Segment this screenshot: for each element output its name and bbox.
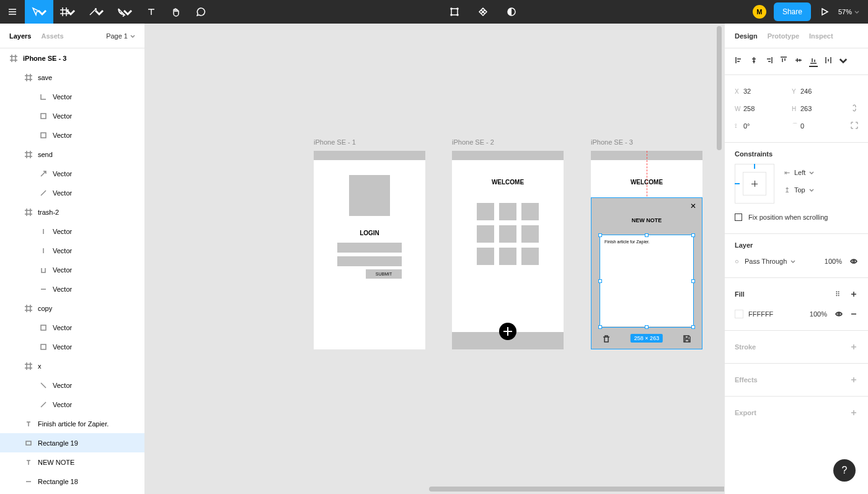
fill-opacity-input[interactable]: 100% bbox=[810, 310, 827, 318]
align-top-icon[interactable] bbox=[779, 56, 788, 67]
layer-item[interactable]: send bbox=[0, 145, 144, 164]
constraint-v-select[interactable]: ↥Top bbox=[784, 181, 858, 199]
blend-mode-select[interactable]: Pass Through bbox=[745, 258, 787, 265]
tab-design[interactable]: Design bbox=[735, 32, 758, 40]
tab-assets[interactable]: Assets bbox=[41, 32, 63, 40]
layer-item[interactable]: Vector bbox=[0, 260, 144, 279]
tab-inspect[interactable]: Inspect bbox=[809, 32, 833, 40]
layer-item[interactable]: Vector bbox=[0, 241, 144, 260]
frame-iphone-se-2[interactable]: iPhone SE - 2 WELCOME bbox=[452, 151, 564, 349]
layer-item[interactable]: Vector bbox=[0, 106, 144, 125]
layer-item[interactable]: Vector bbox=[0, 125, 144, 145]
constraint-h-select[interactable]: ⇤Left bbox=[784, 164, 858, 181]
frame-iphone-se-1[interactable]: iPhone SE - 1 LOGIN SUBMIT bbox=[314, 151, 425, 349]
layer-root-frame[interactable]: iPhone SE - 3 bbox=[0, 48, 144, 68]
effects-add-icon[interactable] bbox=[849, 375, 858, 384]
layer-item[interactable]: Vector bbox=[0, 222, 144, 241]
align-hcenter-icon[interactable] bbox=[750, 56, 758, 67]
layer-item[interactable]: NEW NOTE bbox=[0, 452, 144, 472]
y-input[interactable]: 246 bbox=[800, 88, 849, 95]
fill-swatch[interactable] bbox=[735, 310, 743, 318]
svg-point-1 bbox=[451, 8, 452, 9]
layer-item[interactable]: copy bbox=[0, 299, 144, 318]
layer-opacity-input[interactable]: 100% bbox=[825, 258, 842, 265]
layer-item[interactable]: Finish article for Zapier. bbox=[0, 414, 144, 433]
align-right-icon[interactable] bbox=[764, 56, 773, 67]
export-add-icon[interactable] bbox=[849, 408, 858, 417]
right-panel: Design Prototype Inspect X32Y246 W258H26… bbox=[724, 24, 868, 494]
layer-item[interactable]: Vector bbox=[0, 395, 144, 414]
layer-icon bbox=[39, 189, 48, 197]
rotation-input[interactable]: 0° bbox=[743, 122, 792, 130]
layer-item[interactable]: Vector bbox=[0, 164, 144, 183]
distribute-icon[interactable] bbox=[824, 56, 833, 67]
svg-point-4 bbox=[457, 14, 458, 16]
menu-button[interactable] bbox=[0, 0, 25, 24]
fill-hex-input[interactable]: FFFFFF bbox=[748, 310, 773, 318]
layer-item[interactable]: x bbox=[0, 356, 144, 375]
layer-item[interactable]: Vector bbox=[0, 279, 144, 299]
align-vcenter-icon[interactable] bbox=[794, 56, 803, 67]
layer-icon bbox=[39, 400, 48, 409]
vector-tool[interactable] bbox=[110, 0, 139, 24]
user-avatar[interactable]: M bbox=[753, 5, 766, 19]
add-note-fab bbox=[499, 323, 516, 340]
horizontal-scrollbar[interactable] bbox=[429, 487, 724, 492]
frame-iphone-se-3[interactable]: iPhone SE - 3 WELCOME ✕ NEW NOTE Finish … bbox=[591, 151, 702, 349]
component-outline-icon[interactable] bbox=[442, 0, 467, 24]
stroke-add-icon[interactable] bbox=[849, 343, 858, 351]
layer-item[interactable]: Vector bbox=[0, 337, 144, 356]
layer-item[interactable]: Rectangle 19 bbox=[0, 433, 144, 452]
fill-remove-icon[interactable] bbox=[849, 310, 858, 318]
page-select[interactable]: Page 1 bbox=[106, 32, 135, 40]
link-wh-icon[interactable] bbox=[851, 104, 858, 113]
layer-item[interactable]: trash-2 bbox=[0, 202, 144, 222]
h-input[interactable]: 263 bbox=[800, 105, 849, 112]
tab-layers[interactable]: Layers bbox=[9, 32, 31, 40]
zoom-select[interactable]: 57% bbox=[838, 8, 859, 16]
layer-icon bbox=[39, 169, 48, 178]
fill-visibility-icon[interactable] bbox=[835, 310, 843, 318]
close-icon: ✕ bbox=[690, 202, 696, 210]
layer-item[interactable]: Vector bbox=[0, 375, 144, 395]
radius-input[interactable]: 0 bbox=[800, 122, 849, 130]
layer-icon bbox=[24, 420, 33, 428]
layer-icon bbox=[24, 208, 33, 217]
present-button[interactable] bbox=[818, 0, 831, 24]
layer-item[interactable]: Vector bbox=[0, 318, 144, 337]
fill-styles-icon[interactable]: ⠿ bbox=[833, 290, 842, 299]
x-input[interactable]: 32 bbox=[743, 88, 792, 95]
layer-item[interactable]: Vector bbox=[0, 87, 144, 106]
share-button[interactable]: Share bbox=[774, 2, 811, 21]
mask-icon[interactable] bbox=[499, 0, 524, 24]
fill-add-icon[interactable] bbox=[849, 290, 858, 299]
constraints-title: Constraints bbox=[735, 150, 858, 158]
comment-tool[interactable] bbox=[188, 0, 213, 24]
frame-label: iPhone SE - 3 bbox=[591, 138, 633, 146]
w-input[interactable]: 258 bbox=[743, 105, 792, 112]
status-bar bbox=[314, 151, 425, 160]
svg-rect-0 bbox=[451, 9, 458, 15]
pen-tool[interactable] bbox=[82, 0, 110, 24]
layer-icon bbox=[39, 246, 48, 255]
layer-item[interactable]: Vector bbox=[0, 183, 144, 202]
component-icon[interactable] bbox=[471, 0, 495, 24]
login-title: LOGIN bbox=[314, 230, 425, 236]
fix-scroll-checkbox[interactable] bbox=[735, 213, 742, 221]
independent-corners-icon[interactable] bbox=[851, 122, 858, 130]
layer-item[interactable]: save bbox=[0, 68, 144, 87]
canvas[interactable]: iPhone SE - 1 LOGIN SUBMIT iPhone SE - 2… bbox=[145, 24, 724, 494]
align-left-icon[interactable] bbox=[735, 56, 743, 67]
vertical-scrollbar[interactable] bbox=[717, 26, 722, 150]
layer-item[interactable]: Rectangle 18 bbox=[0, 472, 144, 491]
constraint-diagram[interactable] bbox=[735, 164, 774, 204]
move-tool[interactable] bbox=[25, 0, 53, 24]
help-button[interactable]: ? bbox=[833, 459, 856, 482]
chevron-down-icon[interactable] bbox=[839, 56, 848, 65]
layer-visibility-icon[interactable] bbox=[849, 257, 858, 266]
align-bottom-icon[interactable] bbox=[809, 56, 818, 67]
frame-tool[interactable] bbox=[53, 0, 82, 24]
tab-prototype[interactable]: Prototype bbox=[768, 32, 799, 40]
hand-tool[interactable] bbox=[164, 0, 188, 24]
text-tool[interactable] bbox=[139, 0, 164, 24]
